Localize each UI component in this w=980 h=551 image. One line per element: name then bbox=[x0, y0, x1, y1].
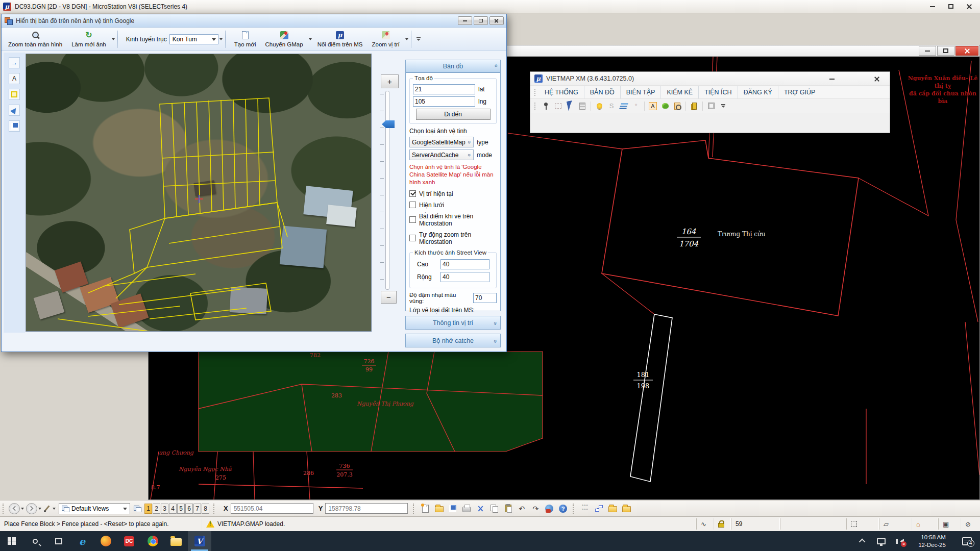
home-cell[interactable]: ⌂ bbox=[912, 518, 938, 530]
export-folder-icon[interactable] bbox=[606, 503, 619, 515]
cursor-select-icon[interactable] bbox=[565, 101, 576, 112]
checkbox-snap-points[interactable]: Bắt điểm khi vẽ trên Microstation bbox=[409, 213, 497, 227]
tray-expand-chevron[interactable] bbox=[853, 531, 872, 551]
menu-bien-tap[interactable]: BIÊN TẬP bbox=[620, 86, 661, 98]
save-icon[interactable] bbox=[446, 503, 459, 515]
cache-mode-combobox[interactable]: ServerAndCache» bbox=[409, 149, 474, 160]
text-style-icon[interactable]: A bbox=[9, 73, 20, 84]
view-toggle-5[interactable]: 5 bbox=[177, 504, 185, 514]
exit-door-icon[interactable] bbox=[689, 101, 700, 112]
print-icon[interactable] bbox=[460, 503, 473, 515]
menu-tro-giup[interactable]: TRỢ GIÚP bbox=[778, 86, 821, 98]
location-info-section[interactable]: Thông tin vị trí » bbox=[405, 316, 501, 330]
menu-dang-ky[interactable]: ĐĂNG KÝ bbox=[738, 86, 778, 98]
start-button[interactable] bbox=[0, 531, 23, 551]
dropdown-arrow-icon[interactable] bbox=[53, 508, 56, 510]
view-toggle-1[interactable]: 1 bbox=[144, 504, 152, 514]
cut-icon[interactable] bbox=[474, 503, 487, 515]
checkbox-icon[interactable] bbox=[409, 216, 416, 223]
lock-cell[interactable] bbox=[714, 518, 731, 530]
volume-muted-icon[interactable]: × bbox=[890, 531, 911, 551]
snap-icon[interactable]: * bbox=[630, 101, 642, 112]
menu-he-thong[interactable]: HỆ THỐNG bbox=[539, 86, 584, 98]
zoom-in-button[interactable]: + bbox=[381, 74, 399, 88]
new-file-icon[interactable] bbox=[419, 503, 432, 515]
marquee-select-icon[interactable] bbox=[552, 101, 564, 112]
streetview-width-input[interactable] bbox=[440, 272, 489, 282]
menu-kiem-ke[interactable]: KIỂM KÊ bbox=[660, 86, 698, 98]
dropdown-arrow-icon[interactable] bbox=[219, 38, 223, 40]
latitude-input[interactable] bbox=[413, 84, 475, 94]
notification-center-button[interactable]: 4 bbox=[953, 531, 980, 551]
text-label-icon[interactable]: A bbox=[647, 101, 658, 112]
grid-face-icon[interactable] bbox=[705, 101, 717, 112]
window-cell[interactable]: ▣ bbox=[938, 518, 961, 530]
maximize-button[interactable] bbox=[943, 2, 959, 11]
goto-button[interactable]: Đi đến bbox=[416, 109, 491, 120]
search-button[interactable] bbox=[23, 531, 47, 551]
undo-icon[interactable]: ↶ bbox=[515, 503, 528, 515]
region-opacity-input[interactable] bbox=[473, 293, 497, 303]
task-view-button[interactable] bbox=[47, 531, 70, 551]
zoom-out-button[interactable]: − bbox=[381, 291, 397, 304]
view-toggle-4[interactable]: 4 bbox=[169, 504, 177, 514]
sketch-tool-cell[interactable]: ∿ bbox=[696, 518, 714, 530]
open-gmap-button[interactable]: Chuyển GMap bbox=[260, 29, 307, 50]
taskbar-file-explorer[interactable] bbox=[164, 531, 188, 551]
vietmap-minimize-button[interactable] bbox=[824, 74, 840, 84]
active-level-cell[interactable]: 59 bbox=[731, 518, 780, 530]
dialog-close-button[interactable] bbox=[489, 16, 504, 25]
view-toggle-6[interactable]: 6 bbox=[185, 504, 193, 514]
plot-brush-icon[interactable] bbox=[9, 105, 20, 116]
help-icon[interactable]: ? bbox=[556, 503, 570, 515]
taskbar-red-app[interactable]: DC bbox=[117, 531, 141, 551]
search-document-icon[interactable] bbox=[672, 101, 683, 112]
checkbox-icon[interactable] bbox=[409, 190, 416, 197]
checkbox-icon[interactable] bbox=[409, 235, 416, 241]
taskbar-chrome[interactable] bbox=[141, 531, 164, 551]
taskbar-edge[interactable]: e bbox=[70, 531, 94, 551]
dialog-minimize-button[interactable] bbox=[458, 16, 472, 25]
connect-points-ms-button[interactable]: μ Nối điểm trên MS bbox=[313, 29, 368, 50]
refresh-image-button[interactable]: ↻ Làm mới ảnh bbox=[67, 29, 111, 50]
close-button[interactable] bbox=[962, 2, 977, 11]
meridian-combobox[interactable]: Kon Tum bbox=[169, 34, 218, 44]
lightbulb-icon[interactable] bbox=[594, 101, 605, 112]
zoom-location-button[interactable]: Zoom vị trí bbox=[367, 29, 404, 50]
menu-ban-do[interactable]: BẢN ĐỒ bbox=[584, 86, 620, 98]
view-groups-icon[interactable] bbox=[131, 503, 144, 515]
no-entry-cell[interactable]: ⊘ bbox=[961, 518, 980, 530]
zoom-fullscreen-button[interactable]: Zoom toàn màn hình bbox=[4, 29, 67, 50]
taskbar-vietmap-active[interactable]: V bbox=[188, 531, 211, 551]
taskbar-firefox[interactable] bbox=[94, 531, 117, 551]
dropdown-arrow-icon[interactable] bbox=[38, 508, 41, 510]
dialog-restore-button[interactable] bbox=[474, 16, 488, 25]
checkbox-show-grid[interactable]: Hiện lưới bbox=[409, 202, 497, 209]
fence-mode-cell[interactable]: ▱ bbox=[879, 518, 912, 530]
checkbox-icon[interactable] bbox=[409, 202, 416, 208]
create-new-button[interactable]: Tạo mới bbox=[230, 29, 261, 50]
map-panel-header[interactable]: Bản đồ » bbox=[405, 60, 501, 72]
satellite-type-combobox[interactable]: GoogleSatelliteMap» bbox=[409, 137, 474, 147]
view-close-button[interactable] bbox=[955, 46, 978, 56]
taskbar-clock[interactable]: 10:58 AM 12-Dec-25 bbox=[911, 531, 953, 551]
selection-set-cell[interactable] bbox=[846, 518, 879, 530]
pin-icon[interactable] bbox=[540, 101, 551, 112]
view-toggle-2[interactable]: 2 bbox=[153, 504, 160, 514]
annotation-pen-icon[interactable] bbox=[43, 505, 51, 512]
checkbox-auto-zoom[interactable]: Tự động zoom trên Microstation bbox=[409, 231, 497, 245]
cache-section[interactable]: Bộ nhớ catche » bbox=[405, 334, 501, 347]
paste-icon[interactable] bbox=[501, 503, 514, 515]
view-toggle-8[interactable]: 8 bbox=[202, 504, 209, 514]
link-elements-icon[interactable] bbox=[592, 503, 605, 515]
view-restore-button[interactable] bbox=[937, 46, 954, 56]
save-image-icon[interactable] bbox=[9, 120, 20, 132]
streetview-height-input[interactable] bbox=[440, 259, 489, 269]
point-cloud-icon[interactable]: °°°°°° bbox=[578, 503, 592, 515]
minimize-button[interactable] bbox=[925, 2, 940, 11]
saved-views-combobox[interactable]: Default Views bbox=[59, 503, 130, 514]
web-globe-icon[interactable] bbox=[543, 503, 556, 515]
vietmap-close-button[interactable] bbox=[869, 74, 885, 84]
copy-icon[interactable] bbox=[487, 503, 501, 515]
dropdown-arrow-icon[interactable] bbox=[309, 38, 312, 40]
